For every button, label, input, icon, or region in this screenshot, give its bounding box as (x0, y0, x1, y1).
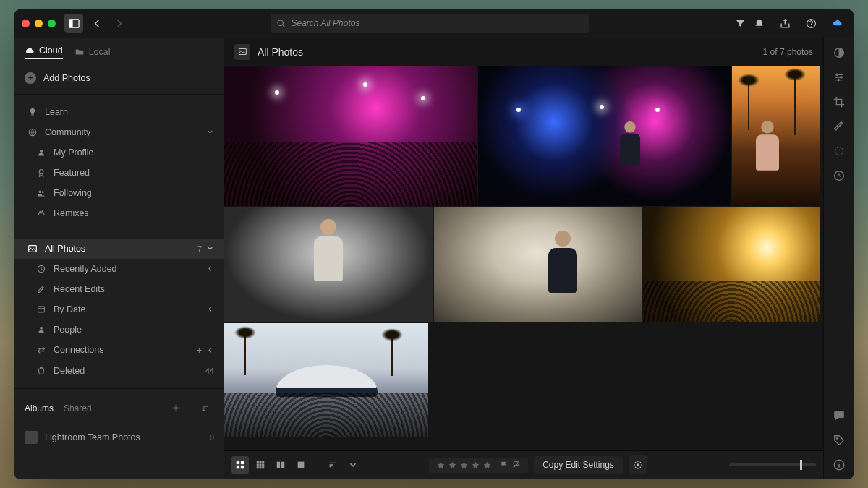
rating-bar (429, 458, 528, 473)
sidebar: Cloud Local + Add Photos Learn C (14, 38, 224, 479)
photo-thumbnail[interactable] (643, 207, 820, 322)
shared-tab[interactable]: Shared (64, 403, 92, 414)
star-icon (448, 461, 457, 470)
settings-button[interactable] (629, 455, 647, 474)
add-album-button[interactable] (166, 399, 185, 418)
photo-thumbnail[interactable] (224, 323, 428, 437)
clock-icon (36, 264, 46, 274)
sidebar-item-by-date[interactable]: By Date (14, 299, 224, 320)
star-rating[interactable] (436, 461, 492, 470)
close-window[interactable] (22, 20, 30, 27)
svg-rect-22 (259, 463, 261, 466)
flag-controls[interactable] (499, 461, 521, 470)
keywords-button[interactable] (832, 433, 846, 448)
sidebar-item-remixes[interactable]: Remixes (14, 203, 224, 223)
photo-thumbnail[interactable] (478, 66, 731, 206)
view-detail-button[interactable] (292, 456, 310, 474)
sidebar-item-recent-edits[interactable]: Recent Edits (14, 279, 224, 299)
healing-panel-button[interactable] (832, 119, 846, 134)
window-controls (22, 20, 56, 27)
toggle-sidebar-button[interactable] (64, 14, 83, 33)
sidebar-item-community[interactable]: Community (14, 122, 224, 142)
plus-icon: + (25, 72, 36, 84)
tab-cloud[interactable]: Cloud (25, 46, 63, 59)
sidebar-item-profile[interactable]: My Profile (14, 142, 224, 163)
minimize-window[interactable] (35, 20, 43, 27)
sidebar-item-all-photos[interactable]: All Photos 7 (14, 239, 224, 259)
search-input[interactable]: Search All Photos (271, 14, 589, 33)
svg-rect-24 (257, 466, 259, 468)
svg-rect-11 (38, 307, 45, 312)
photo-grid (224, 66, 823, 450)
sort-albums-button[interactable] (195, 399, 214, 418)
chevron-down-icon (206, 244, 214, 252)
star-icon (436, 461, 446, 470)
sort-direction-button[interactable] (344, 456, 362, 474)
sidebar-item-recently-added[interactable]: Recently Added (14, 259, 224, 279)
app-window: Search All Photos Cloud Local (14, 9, 854, 479)
view-compare-button[interactable] (272, 456, 289, 474)
copy-edit-settings-button[interactable]: Copy Edit Settings (534, 456, 623, 474)
add-photos-button[interactable]: + Add Photos (14, 65, 224, 91)
ribbon-icon (36, 168, 46, 178)
share-button[interactable] (775, 14, 794, 33)
svg-rect-19 (259, 461, 261, 463)
people-icon (36, 188, 46, 198)
chevron-down-icon (206, 128, 214, 136)
versions-panel-button[interactable] (832, 168, 846, 183)
svg-rect-21 (257, 463, 259, 466)
cloud-sync-button[interactable] (827, 14, 846, 33)
nav-back-button[interactable] (88, 14, 106, 33)
user-icon (36, 147, 46, 158)
view-icon (234, 44, 250, 60)
bottom-toolbar: Copy Edit Settings (224, 450, 823, 479)
comments-button[interactable] (832, 408, 846, 423)
remix-icon (36, 208, 46, 218)
view-square-grid-button[interactable] (252, 456, 269, 474)
view-grid-button[interactable] (231, 456, 249, 474)
photo-thumbnail[interactable] (732, 66, 820, 206)
sidebar-item-deleted[interactable]: Deleted 44 (14, 361, 224, 381)
svg-point-30 (637, 463, 639, 466)
albums-tab[interactable]: Albums (25, 403, 54, 414)
help-button[interactable] (801, 14, 820, 33)
crop-panel-button[interactable] (832, 95, 846, 109)
masking-panel-button[interactable] (832, 144, 846, 158)
info-button[interactable] (832, 458, 846, 472)
tone-panel-button[interactable] (832, 46, 846, 60)
search-icon (276, 19, 286, 28)
edit-panel-button[interactable] (832, 70, 846, 85)
zoom-slider[interactable] (729, 463, 816, 466)
sort-button[interactable] (324, 456, 341, 474)
sidebar-item-featured[interactable]: Featured (14, 163, 224, 183)
photo-thumbnail[interactable] (224, 66, 477, 206)
svg-rect-26 (262, 466, 264, 468)
maximize-window[interactable] (48, 20, 56, 27)
sidebar-item-connections[interactable]: Connections + (14, 340, 224, 361)
tab-local[interactable]: Local (75, 46, 111, 59)
svg-point-32 (835, 73, 838, 75)
sidebar-item-following[interactable]: Following (14, 183, 224, 203)
svg-rect-15 (241, 461, 244, 464)
edit-icon (36, 284, 46, 294)
folder-icon (75, 47, 85, 57)
star-icon (482, 461, 492, 470)
sidebar-item-people[interactable]: People (14, 320, 224, 340)
sidebar-item-learn[interactable]: Learn (14, 102, 224, 122)
person-icon (36, 325, 46, 335)
album-item[interactable]: Lightroom Team Photos 0 (14, 425, 224, 450)
filter-button[interactable] (731, 14, 749, 33)
cloud-icon (25, 46, 35, 56)
photo-thumbnail[interactable] (224, 207, 433, 322)
photo-thumbnail-selected[interactable] (434, 207, 642, 322)
photo-count: 1 of 7 photos (763, 47, 813, 57)
search-placeholder: Search All Photos (292, 18, 360, 28)
notifications-button[interactable] (749, 14, 768, 33)
chevron-left-icon (206, 346, 214, 354)
connections-icon (36, 345, 46, 355)
nav-forward-button[interactable] (109, 14, 128, 33)
chevron-left-icon (206, 265, 214, 273)
zoom-handle[interactable] (800, 460, 802, 470)
svg-rect-27 (277, 462, 280, 468)
svg-rect-28 (281, 462, 284, 468)
